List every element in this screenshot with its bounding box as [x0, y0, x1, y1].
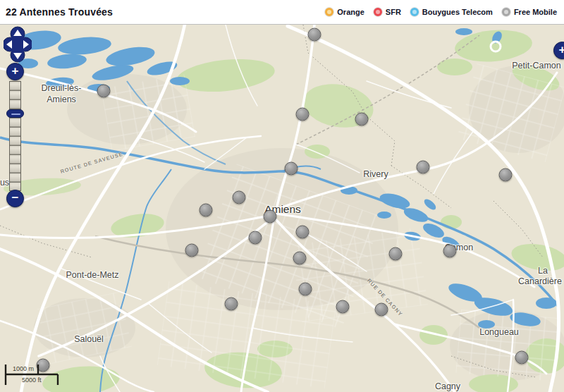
legend-item-label: Bouygues Telecom — [422, 8, 493, 16]
place-label: Rivery — [363, 169, 388, 179]
antenna-map-app: 22 Antennes Trouvées OrangeSFRBouygues T… — [0, 0, 564, 392]
place-label: Amiens — [47, 94, 76, 104]
antenna-marker[interactable] — [308, 28, 321, 42]
zoom-in-button[interactable]: + — [6, 63, 24, 80]
place-label: Cagny — [435, 381, 460, 391]
scale-imperial-label: 5000 ft — [22, 376, 42, 384]
antenna-marker[interactable] — [375, 303, 388, 317]
antenna-marker[interactable] — [264, 210, 277, 223]
antenna-marker[interactable] — [233, 191, 246, 204]
antenna-marker[interactable] — [443, 245, 457, 258]
place-label: Dreuil-lès- — [42, 83, 82, 93]
antenna-marker[interactable] — [417, 161, 430, 174]
header: 22 Antennes Trouvées OrangeSFRBouygues T… — [0, 0, 564, 25]
pan-control[interactable] — [4, 26, 32, 63]
antenna-marker[interactable] — [185, 244, 199, 257]
antenna-marker[interactable] — [515, 351, 529, 365]
operator-color-icon — [502, 8, 510, 16]
map-scale: 1000 m 5000 ft — [4, 362, 68, 388]
map-container[interactable]: Dreuil-lès-AmiensAmiensRiveryCamonPetit-… — [0, 25, 564, 392]
operator-color-icon — [410, 8, 419, 16]
place-label: La — [538, 266, 548, 276]
antenna-marker[interactable] — [200, 204, 213, 217]
antenna-marker[interactable] — [97, 85, 111, 98]
legend-item-label: Orange — [337, 8, 364, 16]
legend-item-free-mobile[interactable]: Free Mobile — [502, 8, 557, 16]
legend-item-label: SFR — [386, 8, 401, 16]
legend-item-sfr[interactable]: SFR — [374, 8, 401, 16]
antenna-marker[interactable] — [336, 300, 350, 314]
place-label: Longueau — [479, 327, 519, 337]
legend-item-label: Free Mobile — [514, 8, 557, 16]
scale-metric-label: 1000 m — [13, 365, 34, 372]
antenna-marker[interactable] — [285, 162, 298, 176]
legend: OrangeSFRBouygues TelecomFree Mobile — [325, 8, 557, 16]
antenna-marker[interactable] — [225, 298, 238, 311]
page-title: 22 Antennes Trouvées — [6, 6, 113, 18]
place-label: Pont-de-Metz — [66, 270, 118, 280]
antenna-marker[interactable] — [293, 252, 307, 265]
place-label: Canardière — [518, 276, 562, 286]
antenna-marker[interactable] — [249, 231, 262, 245]
operator-color-icon — [374, 8, 382, 16]
place-label: Petit-Camon — [512, 61, 560, 71]
antenna-marker[interactable] — [296, 108, 309, 121]
antenna-marker[interactable] — [499, 169, 513, 182]
antenna-marker[interactable] — [299, 283, 312, 296]
place-label: Salouël — [74, 334, 104, 344]
zoom-slider-handle[interactable] — [6, 109, 24, 118]
zoom-out-button[interactable]: − — [6, 190, 24, 207]
legend-item-bouygues-telecom[interactable]: Bouygues Telecom — [410, 8, 493, 16]
antenna-marker[interactable] — [389, 247, 403, 261]
zoom-slider-track[interactable] — [9, 81, 21, 191]
antenna-marker[interactable] — [355, 113, 369, 126]
operator-color-icon — [325, 8, 333, 16]
antenna-marker[interactable] — [296, 226, 309, 239]
legend-item-orange[interactable]: Orange — [325, 8, 364, 16]
